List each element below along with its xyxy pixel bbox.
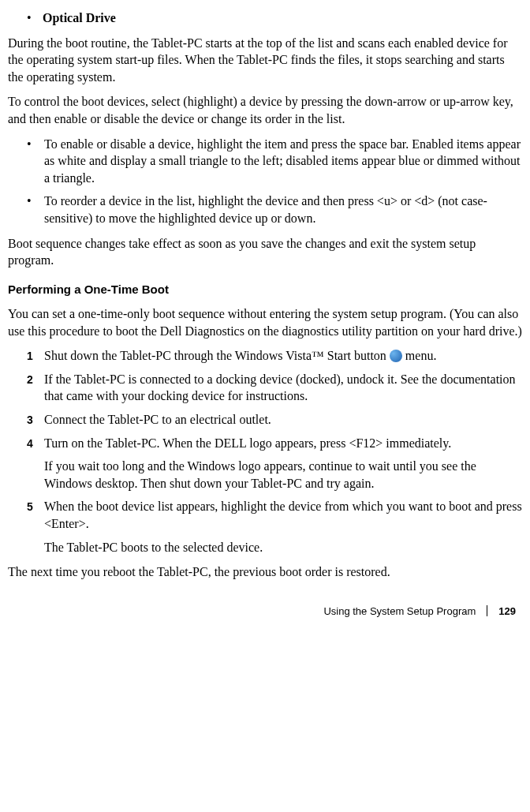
sub-bullet-text: To reorder a device in the list, highlig… [44, 193, 522, 226]
windows-start-icon [390, 350, 402, 362]
optical-drive-label: Optical Drive [43, 9, 522, 27]
step-number: 5 [27, 498, 44, 532]
step-5: 5 When the boot device list appears, hig… [27, 498, 522, 532]
bullet-marker: • [27, 9, 43, 27]
step-4-continuation: If you wait too long and the Windows log… [44, 458, 522, 492]
paragraph-next-reboot: The next time you reboot the Tablet-PC, … [8, 563, 522, 581]
step-1: 1 Shut down the Tablet-PC through the Wi… [27, 347, 522, 365]
document-page: • Optical Drive During the boot routine,… [0, 0, 530, 634]
footer-divider [487, 605, 487, 616]
sub-bullet-text: To enable or disable a device, highlight… [44, 136, 522, 187]
paragraph-changes-effect: Boot sequence changes take effect as soo… [8, 235, 522, 269]
page-footer: Using the System Setup Program 129 [8, 604, 522, 619]
step-number: 3 [27, 411, 44, 428]
paragraph-one-time-intro: You can set a one-time-only boot sequenc… [8, 305, 522, 339]
sub-bullet-enable-disable: • To enable or disable a device, highlig… [27, 136, 522, 187]
step-text: When the boot device list appears, highl… [44, 498, 522, 532]
step-2: 2 If the Tablet-PC is connected to a doc… [27, 371, 522, 405]
step-number: 4 [27, 435, 44, 452]
footer-page-number: 129 [498, 604, 516, 619]
step-1-text-before: Shut down the Tablet-PC through the Wind… [44, 349, 390, 362]
step-text: If the Tablet-PC is connected to a docki… [44, 371, 522, 405]
paragraph-control-boot: To control the boot devices, select (hig… [8, 93, 522, 127]
sub-bullet-reorder: • To reorder a device in the list, highl… [27, 193, 522, 226]
step-1-text-after: menu. [402, 349, 437, 362]
top-bullet-item: • Optical Drive [27, 9, 522, 27]
paragraph-boot-routine: During the boot routine, the Tablet-PC s… [8, 35, 522, 86]
step-3: 3 Connect the Tablet-PC to an electrical… [27, 411, 522, 428]
step-text: Connect the Tablet-PC to an electrical o… [44, 411, 522, 428]
step-text: Turn on the Tablet-PC. When the DELL log… [44, 435, 522, 452]
bullet-marker: • [27, 136, 44, 187]
step-5-continuation: The Tablet-PC boots to the selected devi… [44, 539, 522, 556]
step-4: 4 Turn on the Tablet-PC. When the DELL l… [27, 435, 522, 452]
step-number: 1 [27, 347, 44, 365]
footer-section-title: Using the System Setup Program [323, 604, 476, 619]
bullet-marker: • [27, 193, 44, 226]
step-text: Shut down the Tablet-PC through the Wind… [44, 347, 522, 365]
heading-one-time-boot: Performing a One-Time Boot [8, 282, 522, 297]
step-number: 2 [27, 371, 44, 405]
